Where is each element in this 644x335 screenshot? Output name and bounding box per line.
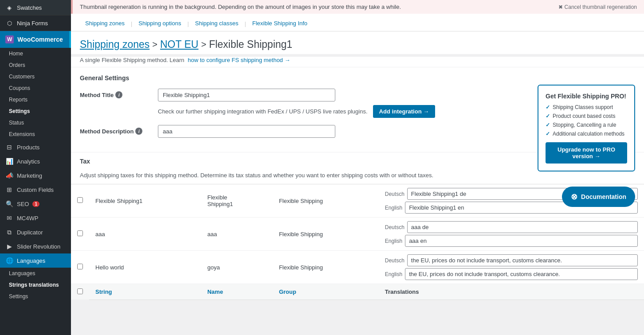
sidebar-item-woocommerce[interactable]: W WooCommerce [0, 31, 71, 48]
sidebar-subitem-reports[interactable]: Reports [0, 94, 71, 105]
table-cell-name-2: aaa [201, 218, 272, 251]
sidebar-subitem-coupons[interactable]: Coupons [0, 82, 71, 94]
woocommerce-icon: W [5, 35, 14, 43]
tab-shipping-zones[interactable]: Shipping zones [80, 16, 130, 31]
page-header: Shipping zones > NOT EU > Flexible Shipp… [71, 31, 644, 54]
tab-shipping-classes[interactable]: Shipping classes [190, 16, 244, 31]
table-footer-cb [71, 284, 89, 300]
breadcrumb-shipping-zones[interactable]: Shipping zones [80, 39, 149, 51]
sidebar-subitem-lang-settings[interactable]: Settings [0, 291, 71, 302]
trans-input-2-en[interactable] [405, 235, 638, 247]
documentation-button[interactable]: ⊗ Documentation [562, 187, 635, 207]
notice-text: Thumbnail regeneration is running in the… [80, 4, 401, 10]
sidebar-item-marketing[interactable]: 📣 Marketing [0, 168, 71, 183]
table-row: Flexible Shipping1 FlexibleShipping1 Fle… [71, 184, 644, 218]
translation-table-wrapper: Flexible Shipping1 FlexibleShipping1 Fle… [71, 184, 644, 300]
table-cell-name-3: goya [201, 251, 272, 284]
configure-fs-link[interactable]: how to configure FS shipping method → [188, 57, 290, 63]
method-title-input[interactable] [158, 89, 335, 101]
swatches-icon: ◈ [5, 4, 13, 12]
mc4wp-icon: ✉ [5, 214, 13, 222]
shipping-tabs: Shipping zones | Shipping options | Ship… [71, 14, 644, 31]
sidebar-item-products[interactable]: ⊟ Products [0, 140, 71, 154]
table-footer-row: String Name Group Translations [71, 284, 644, 300]
analytics-icon: 📊 [5, 157, 13, 165]
method-desc-help-icon[interactable]: i [135, 128, 142, 135]
sidebar-item-swatches[interactable]: ◈ Swatches [0, 0, 71, 16]
table-cell-string-2: aaa [89, 218, 201, 251]
method-title-help-icon[interactable]: i [115, 91, 122, 98]
table-cell-string-1: Flexible Shipping1 [89, 184, 201, 218]
table-cell-translations-3: Deutsch English [379, 251, 644, 284]
cancel-icon: ✖ [558, 4, 563, 10]
sidebar-subitem-status[interactable]: Status [0, 117, 71, 129]
table-footer-name[interactable]: Name [201, 284, 272, 300]
tax-description: Adjust shipping taxes for this shipping … [80, 172, 635, 179]
sidebar-item-slider-revolution[interactable]: ▶ Slider Revolution [0, 239, 71, 253]
table-footer-translations: Translations [379, 284, 644, 300]
method-title-label: Method Title i [80, 89, 151, 98]
table-cell-checkbox-2 [71, 218, 89, 251]
sidebar-item-duplicator[interactable]: ⧉ Duplicator [0, 225, 71, 239]
documentation-icon: ⊗ [571, 192, 577, 202]
row-checkbox-3[interactable] [77, 264, 83, 269]
breadcrumb: Shipping zones > NOT EU > Flexible Shipp… [80, 39, 635, 51]
sidebar-item-languages[interactable]: 🌐 Languages [0, 253, 71, 268]
cancel-thumbnail-link[interactable]: ✖ Cancel thumbnail regeneration [558, 4, 637, 10]
sidebar-item-seo[interactable]: 🔍 SEO 1 [0, 197, 71, 211]
table-cell-group-3: Flexible Shipping [273, 251, 379, 284]
languages-icon: 🌐 [5, 257, 13, 265]
sidebar-subitem-strings-translations[interactable]: Strings translations [0, 279, 71, 291]
upgrade-pro-button[interactable]: Upgrade now to PRO version → [546, 142, 627, 164]
sidebar-item-custom-fields[interactable]: ⊞ Custom Fields [0, 183, 71, 197]
notice-bar: Thumbnail regeneration is running in the… [71, 0, 644, 14]
footer-checkbox[interactable] [77, 288, 83, 294]
trans-input-3-en[interactable] [405, 268, 638, 280]
table-cell-group-1: Flexible Shipping [273, 184, 379, 218]
translation-table: Flexible Shipping1 FlexibleShipping1 Fle… [71, 184, 644, 300]
pro-feature-4: ✓ Additional calculation methods [546, 131, 627, 137]
tab-shipping-options[interactable]: Shipping options [133, 16, 186, 31]
trans-input-2-de[interactable] [407, 221, 638, 233]
custom-fields-icon: ⊞ [5, 186, 13, 194]
trans-input-3-de[interactable] [407, 254, 638, 266]
sidebar-subitem-settings[interactable]: Settings [0, 105, 71, 117]
table-cell-translations-2: Deutsch English [379, 218, 644, 251]
table-cell-checkbox [71, 184, 89, 218]
pro-feature-3: ✓ Stopping, Cancelling a rule [546, 122, 627, 128]
page-body: Shipping zones > NOT EU > Flexible Shipp… [71, 31, 644, 300]
pro-feature-1: ✓ Shipping Classes support [546, 104, 627, 110]
breadcrumb-current: Flexible Shipping1 [209, 39, 292, 51]
sidebar-subitem-orders[interactable]: Orders [0, 59, 71, 71]
table-row: aaa aaa Flexible Shipping Deutsch Englis… [71, 218, 644, 251]
table-cell-group-2: Flexible Shipping [273, 218, 379, 251]
table-footer-group[interactable]: Group [273, 284, 379, 300]
add-integration-button[interactable]: Add integration → [373, 105, 436, 118]
content-area: Shipping zones | Shipping options | Ship… [71, 14, 644, 335]
sidebar-item-mc4wp[interactable]: ✉ MC4WP [0, 211, 71, 225]
sidebar-subitem-home[interactable]: Home [0, 48, 71, 59]
slider-icon: ▶ [5, 242, 13, 250]
sidebar: ◈ Swatches ⬡ Ninja Forms W WooCommerce H… [0, 0, 71, 335]
duplicator-icon: ⧉ [5, 228, 13, 236]
seo-icon: 🔍 [5, 200, 13, 208]
pro-box: Get Flexible Shipping PRO! ✓ Shipping Cl… [538, 85, 635, 171]
sidebar-subitem-languages[interactable]: Languages [0, 268, 71, 279]
sidebar-subitem-extensions[interactable]: Extensions [0, 129, 71, 140]
main-content: Thumbnail regeneration is running in the… [71, 0, 644, 335]
page-description: A single Flexible Shipping method. Learn… [71, 57, 644, 67]
table-footer-string[interactable]: String [89, 284, 201, 300]
table-cell-string-3: Hello world [89, 251, 201, 284]
pro-feature-2: ✓ Product count based costs [546, 113, 627, 119]
row-checkbox-1[interactable] [77, 197, 83, 203]
method-description-input[interactable] [158, 125, 335, 138]
tab-flexible-shipping-info[interactable]: Flexible Shipping Info [247, 16, 313, 31]
marketing-icon: 📣 [5, 171, 13, 179]
table-cell-checkbox-3 [71, 251, 89, 284]
sidebar-subitem-customers[interactable]: Customers [0, 71, 71, 82]
sidebar-item-analytics[interactable]: 📊 Analytics [0, 154, 71, 168]
row-checkbox-2[interactable] [77, 230, 83, 236]
breadcrumb-not-eu[interactable]: NOT EU [160, 39, 198, 51]
ninja-forms-icon: ⬡ [5, 19, 13, 27]
sidebar-item-ninja-forms[interactable]: ⬡ Ninja Forms [0, 16, 71, 31]
